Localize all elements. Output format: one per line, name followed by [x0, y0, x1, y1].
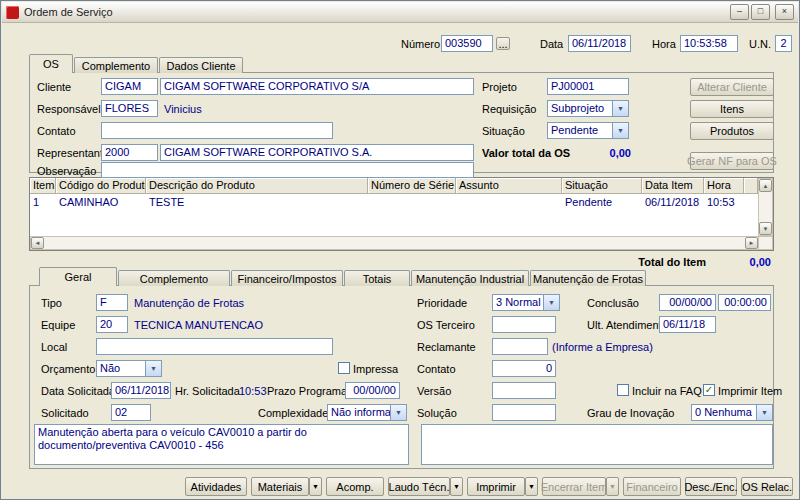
scroll-up-icon[interactable]: ▲: [759, 179, 772, 192]
requisicao-value: Subprojeto: [548, 101, 612, 116]
tab-financeiro-impostos[interactable]: Financeiro/Impostos: [231, 270, 343, 286]
impressa-checkbox[interactable]: [338, 362, 350, 374]
scroll-left-icon[interactable]: ◄: [31, 237, 44, 249]
observacao-memo[interactable]: Manutenção aberta para o veículo CAV0010…: [34, 424, 409, 465]
laudo-dropdown-icon[interactable]: ▼: [450, 477, 463, 496]
local-field[interactable]: [96, 338, 333, 355]
reclamante-field[interactable]: [492, 338, 548, 355]
un-field[interactable]: 2: [775, 35, 792, 52]
desc-enc-button[interactable]: Desc./Enc.: [685, 477, 737, 496]
grid-horizontal-scrollbar[interactable]: [30, 236, 759, 250]
contato-geral-label: Contato: [417, 363, 456, 375]
chevron-down-icon[interactable]: ▼: [756, 405, 772, 420]
equipe-field[interactable]: 20: [96, 316, 128, 333]
prazo-field[interactable]: 00/00/00: [345, 382, 400, 399]
data-solicitada-field[interactable]: 06/11/2018: [111, 382, 171, 399]
solicitado-field[interactable]: 02: [111, 404, 151, 421]
tab-complemento[interactable]: Complemento: [74, 57, 158, 73]
produtos-button[interactable]: Produtos: [690, 122, 774, 140]
chevron-down-icon[interactable]: ▼: [612, 101, 628, 116]
acomp-button[interactable]: Acomp.: [326, 477, 384, 496]
situacao-dropdown[interactable]: Pendente ▼: [547, 122, 629, 139]
tab-geral[interactable]: Geral: [39, 267, 117, 286]
conclusao-time-field[interactable]: 00:00:00: [718, 294, 771, 311]
minimize-icon[interactable]: –: [730, 4, 749, 20]
orcamento-dropdown[interactable]: Não ▼: [96, 360, 162, 377]
os-relac-button[interactable]: OS Relac.: [741, 477, 793, 496]
versao-field[interactable]: [492, 382, 556, 399]
grid-col-hora[interactable]: Hora: [704, 178, 744, 194]
representante-code-field[interactable]: 2000: [101, 144, 158, 161]
scroll-down-icon[interactable]: ▼: [759, 222, 772, 235]
contato-field[interactable]: [101, 122, 333, 139]
maximize-icon[interactable]: □: [751, 4, 770, 20]
tab-manutencao-frotas[interactable]: Manutenção de Frotas: [530, 270, 646, 286]
valor-total-label: Valor total da OS: [482, 147, 570, 159]
ult-atendimento-field[interactable]: 06/11/18: [659, 316, 716, 333]
imprimir-button[interactable]: Imprimir: [467, 477, 525, 496]
tipo-field[interactable]: F: [96, 294, 128, 311]
materiais-button[interactable]: Materiais: [251, 477, 309, 496]
orcamento-label: Orçamento: [41, 363, 95, 375]
projeto-field[interactable]: PJ00001: [547, 78, 629, 95]
conclusao-label: Conclusão: [587, 297, 639, 309]
gerar-nf-button: Gerar NF para OS: [690, 152, 774, 170]
chevron-down-icon[interactable]: ▼: [543, 295, 559, 310]
conclusao-date-field[interactable]: 00/00/00: [659, 294, 716, 311]
incluir-faq-checkbox[interactable]: [617, 384, 629, 396]
data-field[interactable]: 06/11/2018: [568, 35, 631, 52]
tab-detail-complemento[interactable]: Complemento: [118, 270, 230, 286]
tab-dados-cliente[interactable]: Dados Cliente: [159, 57, 243, 73]
cell-codigo: CAMINHAO: [56, 195, 146, 209]
atividades-button[interactable]: Atividades: [185, 477, 247, 496]
complexidade-label: Complexidade: [258, 407, 328, 419]
grid-header: Item Código do Produto Descrição do Prod…: [30, 178, 758, 194]
tab-totais[interactable]: Totais: [344, 270, 410, 286]
solucao-field[interactable]: [492, 404, 556, 421]
grid-col-situacao[interactable]: Situação: [562, 178, 642, 194]
window-title: Ordem de Serviço: [24, 6, 728, 18]
imprimir-dropdown-icon[interactable]: ▼: [525, 477, 538, 496]
chevron-down-icon[interactable]: ▼: [390, 405, 406, 420]
tab-manutencao-industrial[interactable]: Manutenção Industrial: [411, 270, 529, 286]
check-icon: ✓: [705, 384, 713, 395]
cell-situacao: Pendente: [562, 195, 642, 209]
prioridade-dropdown[interactable]: 3 Normal ▼: [492, 294, 560, 311]
impressa-label: Impressa: [353, 363, 398, 375]
laudo-tecn-button[interactable]: Laudo Técn.: [388, 477, 450, 496]
imprimir-item-checkbox[interactable]: ✓: [703, 384, 715, 396]
contato-geral-field[interactable]: 0: [492, 360, 556, 377]
grid-col-data-item[interactable]: Data Item: [642, 178, 704, 194]
numero-browse-button[interactable]: ...: [496, 37, 510, 50]
os-terceiro-field[interactable]: [492, 316, 556, 333]
observacao-field[interactable]: [101, 162, 474, 178]
tab-os[interactable]: OS: [29, 54, 73, 73]
financeiro-button: Financeiro: [623, 477, 681, 496]
grid-col-descricao[interactable]: Descrição do Produto: [146, 178, 368, 194]
solucao-memo[interactable]: [421, 424, 773, 465]
responsavel-code-field[interactable]: FLORES: [101, 100, 158, 117]
local-label: Local: [41, 341, 67, 353]
close-icon[interactable]: ×: [775, 4, 794, 20]
requisicao-dropdown[interactable]: Subprojeto ▼: [547, 100, 629, 117]
chevron-down-icon[interactable]: ▼: [612, 123, 628, 138]
grid-col-item[interactable]: Item: [30, 178, 56, 194]
grid-col-assunto[interactable]: Assunto: [456, 178, 562, 194]
chevron-down-icon[interactable]: ▼: [145, 361, 161, 376]
numero-field[interactable]: 003590: [441, 35, 493, 52]
hora-field[interactable]: 10:53:58: [680, 35, 738, 52]
data-label: Data: [540, 38, 563, 50]
grid-col-numero-serie[interactable]: Número de Série: [368, 178, 456, 194]
detail-tabs: Geral Complemento Financeiro/Impostos To…: [39, 267, 647, 286]
grid-col-codigo[interactable]: Código do Produto: [56, 178, 146, 194]
cell-item: 1: [30, 195, 56, 209]
scroll-right-icon[interactable]: ►: [745, 237, 758, 249]
hora-label: Hora: [652, 38, 676, 50]
grau-inovacao-dropdown[interactable]: 0 Nenhuma ▼: [691, 404, 773, 421]
materiais-dropdown-icon[interactable]: ▼: [309, 477, 322, 496]
table-row[interactable]: 1 CAMINHAO TESTE Pendente 06/11/2018 10:…: [30, 195, 744, 209]
cliente-code-field[interactable]: CIGAM: [101, 78, 158, 95]
complexidade-dropdown[interactable]: Não informada ▼: [327, 404, 407, 421]
itens-button[interactable]: Itens: [690, 100, 774, 118]
prioridade-label: Prioridade: [417, 297, 467, 309]
